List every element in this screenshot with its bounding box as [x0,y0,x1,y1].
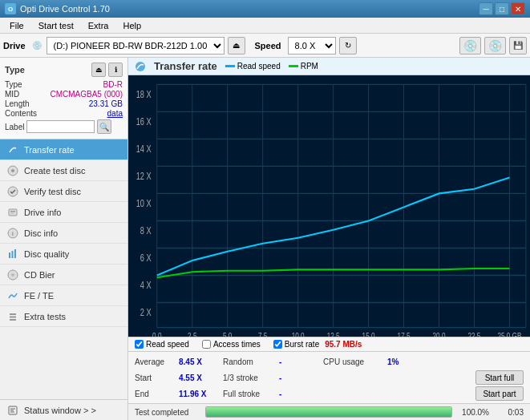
disc-info-icon: i [6,227,19,240]
svg-text:2 X: 2 X [140,307,152,318]
svg-rect-15 [10,316,16,317]
nav-transfer-rate[interactable]: Transfer rate [0,139,127,160]
nav-create-test-disc[interactable]: Create test disc [0,160,127,181]
disc-icon-eject[interactable]: ⏏ [91,63,106,77]
svg-rect-14 [10,313,16,315]
nav-disc-info[interactable]: i Disc info [0,223,127,244]
nav-extra-tests-label: Extra tests [24,312,66,321]
drive-select[interactable]: (D:) PIONEER BD-RW BDR-212D 1.00 [47,37,225,55]
title-bar: O Opti Drive Control 1.70 ─ □ ✕ [0,0,530,18]
svg-text:10 X: 10 X [136,198,152,209]
nav-disc-info-label: Disc info [24,228,58,238]
svg-rect-5 [10,211,15,212]
access-times-checkbox[interactable] [202,340,211,349]
close-button[interactable]: ✕ [511,2,525,15]
chart-icon [135,61,146,72]
svg-text:2.5: 2.5 [188,331,197,337]
svg-rect-10 [12,251,14,258]
start-full-button[interactable]: Start full [475,370,524,385]
stats-end-row: End 11.96 X Full stroke - Start part [135,386,524,402]
disc-mid-label: MID [5,90,19,99]
speed-label: Speed [255,41,281,50]
nav-cd-bier-label: CD Bier [24,270,55,280]
svg-text:17.5: 17.5 [398,331,411,337]
verify-test-disc-icon [6,185,19,198]
transfer-rate-icon [6,143,19,156]
disc-length-value: 23.31 GB [89,99,123,108]
disc-length-row: Length 23.31 GB [5,99,123,108]
menu-help[interactable]: Help [116,19,148,32]
title-bar-title: Opti Drive Control 1.70 [20,4,110,14]
disc-label-label: Label [5,123,24,131]
disc-label-row: Label 🔍 [5,119,123,134]
nav-disc-quality[interactable]: Disc quality [0,244,127,265]
disc-contents-value[interactable]: data [107,109,123,118]
menu-file[interactable]: File [3,19,30,32]
svg-rect-9 [9,252,10,258]
status-window-label: Status window > > [24,406,96,415]
burst-rate-checkbox[interactable] [273,340,282,349]
svg-text:12 X: 12 X [136,171,152,182]
read-speed-control: Read speed [135,340,189,349]
read-speed-control-label: Read speed [146,340,189,349]
menu-extra[interactable]: Extra [82,19,115,32]
disc-contents-row: Contents data [5,109,123,118]
refresh-button[interactable]: ↻ [339,37,357,55]
start-part-button[interactable]: Start part [475,386,524,401]
status-window-button[interactable]: Status window > > [0,399,127,420]
random-label: Random [223,357,279,366]
disc-button2[interactable]: 💿 [484,37,506,55]
disc-quality-icon [6,248,19,260]
svg-text:15.0: 15.0 [362,331,375,337]
nav-create-test-disc-label: Create test disc [24,166,85,176]
svg-rect-11 [14,249,16,258]
disc-label-search-icon[interactable]: 🔍 [97,119,111,134]
extra-tests-icon [6,310,19,323]
maximize-button[interactable]: □ [495,2,509,15]
read-speed-checkbox[interactable] [135,340,144,349]
menu-start-test[interactable]: Start test [32,19,80,32]
nav-fe-te[interactable]: FE / TE [0,285,127,306]
progress-bar-fill [206,407,451,417]
save-button[interactable]: 💾 [509,37,527,55]
disc-button1[interactable]: 💿 [459,37,481,55]
svg-rect-4 [9,209,17,216]
disc-icons: ⏏ ℹ [91,63,123,77]
drive-info-icon [6,206,19,219]
start-value: 4.55 X [179,374,223,382]
speed-select[interactable]: 8.0 X MAX 4.0 X [288,37,336,55]
access-times-control-label: Access times [213,340,261,349]
disc-type-label: Type [5,80,22,89]
svg-text:5.0: 5.0 [223,331,233,337]
stats-start-row: Start 4.55 X 1/3 stroke - Start full [135,370,524,386]
burst-rate-control-label: Burst rate [285,340,319,349]
drive-label: Drive [3,41,26,50]
nav-verify-test-disc[interactable]: Verify test disc [0,181,127,202]
svg-text:8 X: 8 X [140,225,152,236]
drive-icon: 💿 [32,41,42,50]
nav-drive-info[interactable]: Drive info [0,202,127,223]
minimize-button[interactable]: ─ [479,2,493,15]
burst-rate-value: 95.7 MB/s [325,340,362,349]
eject-button[interactable]: ⏏ [228,37,245,55]
disc-type-row: Type BD-R [5,80,123,89]
end-value: 11.96 X [179,390,223,398]
svg-text:6 X: 6 X [140,252,152,264]
app-icon: O [5,3,16,14]
disc-contents-label: Contents [5,109,37,118]
title-bar-controls: ─ □ ✕ [479,2,525,15]
status-window-icon [6,404,19,417]
main-layout: Type ⏏ ℹ Type BD-R MID CMCMAGBA5 (000) L… [0,58,530,420]
fe-te-icon [6,289,19,302]
svg-point-13 [11,273,14,277]
disc-icon-info[interactable]: ℹ [108,63,123,77]
average-value: 8.45 X [179,357,223,366]
nav-extra-tests[interactable]: Extra tests [0,306,127,327]
disc-panel: Type ⏏ ℹ Type BD-R MID CMCMAGBA5 (000) L… [0,58,127,139]
legend-rpm: RPM [289,62,318,71]
nav-cd-bier[interactable]: CD Bier [0,265,127,285]
nav-items: Transfer rate Create test disc Verify te… [0,139,127,399]
svg-rect-19 [128,75,530,337]
cd-bier-icon [6,269,19,281]
disc-label-input[interactable] [26,120,95,133]
